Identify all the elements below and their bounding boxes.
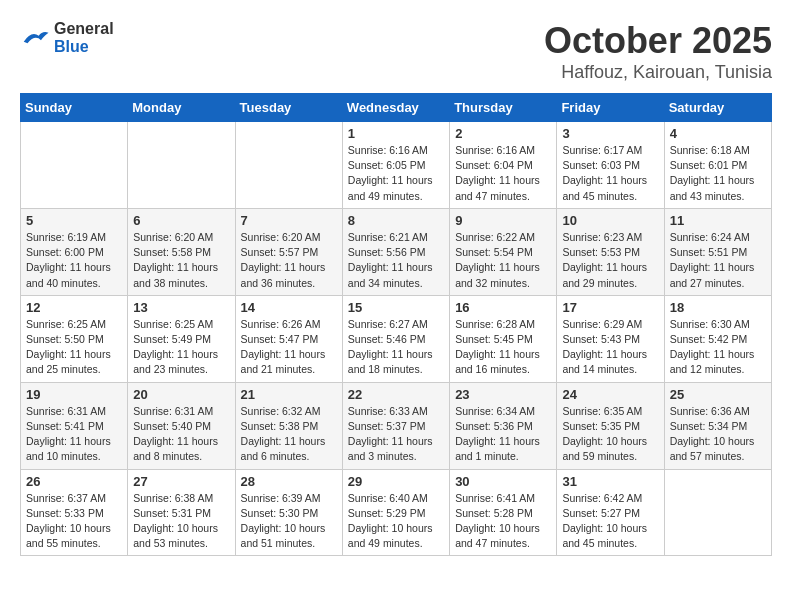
- day-number: 16: [455, 300, 551, 315]
- weekday-header: Thursday: [450, 94, 557, 122]
- day-number: 3: [562, 126, 658, 141]
- calendar-cell: 16Sunrise: 6:28 AM Sunset: 5:45 PM Dayli…: [450, 295, 557, 382]
- day-info: Sunrise: 6:41 AM Sunset: 5:28 PM Dayligh…: [455, 491, 551, 552]
- day-number: 14: [241, 300, 337, 315]
- month-title: October 2025: [544, 20, 772, 62]
- calendar-cell: 11Sunrise: 6:24 AM Sunset: 5:51 PM Dayli…: [664, 208, 771, 295]
- day-info: Sunrise: 6:27 AM Sunset: 5:46 PM Dayligh…: [348, 317, 444, 378]
- calendar-cell: 24Sunrise: 6:35 AM Sunset: 5:35 PM Dayli…: [557, 382, 664, 469]
- day-info: Sunrise: 6:40 AM Sunset: 5:29 PM Dayligh…: [348, 491, 444, 552]
- day-info: Sunrise: 6:42 AM Sunset: 5:27 PM Dayligh…: [562, 491, 658, 552]
- calendar-week-row: 1Sunrise: 6:16 AM Sunset: 6:05 PM Daylig…: [21, 122, 772, 209]
- day-info: Sunrise: 6:18 AM Sunset: 6:01 PM Dayligh…: [670, 143, 766, 204]
- calendar-week-row: 26Sunrise: 6:37 AM Sunset: 5:33 PM Dayli…: [21, 469, 772, 556]
- day-info: Sunrise: 6:23 AM Sunset: 5:53 PM Dayligh…: [562, 230, 658, 291]
- calendar-cell: 6Sunrise: 6:20 AM Sunset: 5:58 PM Daylig…: [128, 208, 235, 295]
- calendar-cell: 8Sunrise: 6:21 AM Sunset: 5:56 PM Daylig…: [342, 208, 449, 295]
- day-info: Sunrise: 6:31 AM Sunset: 5:41 PM Dayligh…: [26, 404, 122, 465]
- day-number: 17: [562, 300, 658, 315]
- calendar-cell: 25Sunrise: 6:36 AM Sunset: 5:34 PM Dayli…: [664, 382, 771, 469]
- title-block: October 2025 Haffouz, Kairouan, Tunisia: [544, 20, 772, 83]
- calendar-cell: [21, 122, 128, 209]
- day-number: 25: [670, 387, 766, 402]
- day-number: 23: [455, 387, 551, 402]
- day-number: 30: [455, 474, 551, 489]
- calendar-cell: 14Sunrise: 6:26 AM Sunset: 5:47 PM Dayli…: [235, 295, 342, 382]
- logo: General Blue: [20, 20, 114, 56]
- day-info: Sunrise: 6:33 AM Sunset: 5:37 PM Dayligh…: [348, 404, 444, 465]
- day-number: 21: [241, 387, 337, 402]
- calendar-cell: [235, 122, 342, 209]
- day-number: 26: [26, 474, 122, 489]
- weekday-header: Wednesday: [342, 94, 449, 122]
- day-info: Sunrise: 6:26 AM Sunset: 5:47 PM Dayligh…: [241, 317, 337, 378]
- day-info: Sunrise: 6:17 AM Sunset: 6:03 PM Dayligh…: [562, 143, 658, 204]
- calendar-cell: 22Sunrise: 6:33 AM Sunset: 5:37 PM Dayli…: [342, 382, 449, 469]
- day-number: 1: [348, 126, 444, 141]
- logo-general: General: [54, 20, 114, 37]
- day-info: Sunrise: 6:31 AM Sunset: 5:40 PM Dayligh…: [133, 404, 229, 465]
- calendar-cell: 3Sunrise: 6:17 AM Sunset: 6:03 PM Daylig…: [557, 122, 664, 209]
- day-info: Sunrise: 6:39 AM Sunset: 5:30 PM Dayligh…: [241, 491, 337, 552]
- calendar-week-row: 5Sunrise: 6:19 AM Sunset: 6:00 PM Daylig…: [21, 208, 772, 295]
- calendar-cell: 28Sunrise: 6:39 AM Sunset: 5:30 PM Dayli…: [235, 469, 342, 556]
- day-number: 20: [133, 387, 229, 402]
- day-number: 18: [670, 300, 766, 315]
- day-number: 4: [670, 126, 766, 141]
- calendar-cell: 18Sunrise: 6:30 AM Sunset: 5:42 PM Dayli…: [664, 295, 771, 382]
- day-info: Sunrise: 6:16 AM Sunset: 6:05 PM Dayligh…: [348, 143, 444, 204]
- day-info: Sunrise: 6:28 AM Sunset: 5:45 PM Dayligh…: [455, 317, 551, 378]
- calendar-cell: 21Sunrise: 6:32 AM Sunset: 5:38 PM Dayli…: [235, 382, 342, 469]
- calendar-cell: 30Sunrise: 6:41 AM Sunset: 5:28 PM Dayli…: [450, 469, 557, 556]
- day-number: 2: [455, 126, 551, 141]
- page-header: General Blue October 2025 Haffouz, Kairo…: [20, 20, 772, 83]
- calendar-table: SundayMondayTuesdayWednesdayThursdayFrid…: [20, 93, 772, 556]
- calendar-cell: 4Sunrise: 6:18 AM Sunset: 6:01 PM Daylig…: [664, 122, 771, 209]
- calendar-cell: 12Sunrise: 6:25 AM Sunset: 5:50 PM Dayli…: [21, 295, 128, 382]
- calendar-cell: 10Sunrise: 6:23 AM Sunset: 5:53 PM Dayli…: [557, 208, 664, 295]
- logo-blue: Blue: [54, 38, 89, 55]
- day-info: Sunrise: 6:30 AM Sunset: 5:42 PM Dayligh…: [670, 317, 766, 378]
- weekday-header: Tuesday: [235, 94, 342, 122]
- calendar-cell: 7Sunrise: 6:20 AM Sunset: 5:57 PM Daylig…: [235, 208, 342, 295]
- calendar-cell: 17Sunrise: 6:29 AM Sunset: 5:43 PM Dayli…: [557, 295, 664, 382]
- day-number: 29: [348, 474, 444, 489]
- calendar-cell: 27Sunrise: 6:38 AM Sunset: 5:31 PM Dayli…: [128, 469, 235, 556]
- day-info: Sunrise: 6:32 AM Sunset: 5:38 PM Dayligh…: [241, 404, 337, 465]
- calendar-cell: 5Sunrise: 6:19 AM Sunset: 6:00 PM Daylig…: [21, 208, 128, 295]
- weekday-header: Monday: [128, 94, 235, 122]
- day-info: Sunrise: 6:36 AM Sunset: 5:34 PM Dayligh…: [670, 404, 766, 465]
- day-number: 8: [348, 213, 444, 228]
- day-info: Sunrise: 6:22 AM Sunset: 5:54 PM Dayligh…: [455, 230, 551, 291]
- calendar-cell: 26Sunrise: 6:37 AM Sunset: 5:33 PM Dayli…: [21, 469, 128, 556]
- day-info: Sunrise: 6:25 AM Sunset: 5:50 PM Dayligh…: [26, 317, 122, 378]
- day-number: 27: [133, 474, 229, 489]
- logo-text: General Blue: [54, 20, 114, 56]
- day-number: 22: [348, 387, 444, 402]
- day-number: 5: [26, 213, 122, 228]
- day-number: 12: [26, 300, 122, 315]
- calendar-cell: [664, 469, 771, 556]
- day-number: 24: [562, 387, 658, 402]
- day-info: Sunrise: 6:34 AM Sunset: 5:36 PM Dayligh…: [455, 404, 551, 465]
- calendar-cell: 2Sunrise: 6:16 AM Sunset: 6:04 PM Daylig…: [450, 122, 557, 209]
- day-info: Sunrise: 6:35 AM Sunset: 5:35 PM Dayligh…: [562, 404, 658, 465]
- day-number: 19: [26, 387, 122, 402]
- day-info: Sunrise: 6:20 AM Sunset: 5:58 PM Dayligh…: [133, 230, 229, 291]
- day-number: 9: [455, 213, 551, 228]
- location-title: Haffouz, Kairouan, Tunisia: [544, 62, 772, 83]
- day-info: Sunrise: 6:25 AM Sunset: 5:49 PM Dayligh…: [133, 317, 229, 378]
- day-info: Sunrise: 6:16 AM Sunset: 6:04 PM Dayligh…: [455, 143, 551, 204]
- calendar-cell: 20Sunrise: 6:31 AM Sunset: 5:40 PM Dayli…: [128, 382, 235, 469]
- day-info: Sunrise: 6:19 AM Sunset: 6:00 PM Dayligh…: [26, 230, 122, 291]
- calendar-cell: 15Sunrise: 6:27 AM Sunset: 5:46 PM Dayli…: [342, 295, 449, 382]
- weekday-header: Saturday: [664, 94, 771, 122]
- day-number: 11: [670, 213, 766, 228]
- calendar-cell: 9Sunrise: 6:22 AM Sunset: 5:54 PM Daylig…: [450, 208, 557, 295]
- day-number: 15: [348, 300, 444, 315]
- day-info: Sunrise: 6:20 AM Sunset: 5:57 PM Dayligh…: [241, 230, 337, 291]
- weekday-header: Friday: [557, 94, 664, 122]
- day-info: Sunrise: 6:29 AM Sunset: 5:43 PM Dayligh…: [562, 317, 658, 378]
- day-info: Sunrise: 6:37 AM Sunset: 5:33 PM Dayligh…: [26, 491, 122, 552]
- calendar-cell: [128, 122, 235, 209]
